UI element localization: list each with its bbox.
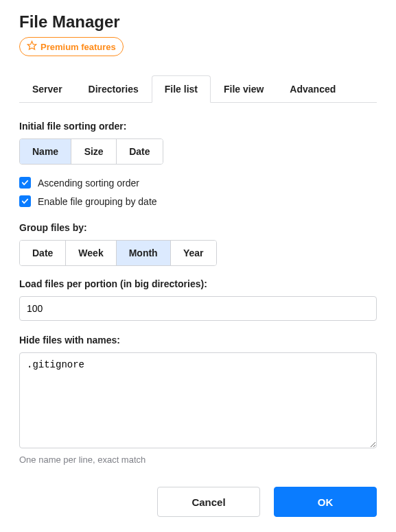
sorting-option-size[interactable]: Size	[71, 139, 117, 164]
checkmark-icon	[19, 177, 31, 189]
group-by-segmented: Date Week Month Year	[19, 240, 217, 266]
group-option-month[interactable]: Month	[117, 241, 171, 265]
group-option-date[interactable]: Date	[20, 241, 66, 265]
group-option-year[interactable]: Year	[171, 241, 216, 265]
sorting-order-segmented: Name Size Date	[19, 138, 163, 165]
sorting-option-name[interactable]: Name	[20, 139, 71, 164]
hide-files-help: One name per line, exact match	[19, 455, 377, 465]
hide-files-label: Hide files with names:	[19, 335, 377, 346]
premium-features-label: Premium features	[40, 42, 116, 52]
ascending-sort-checkbox-row[interactable]: Ascending sorting order	[19, 177, 377, 189]
portion-label: Load files per portion (in big directori…	[19, 278, 377, 289]
dialog-buttons: Cancel OK	[19, 487, 377, 517]
portion-input[interactable]	[19, 296, 377, 321]
ascending-sort-label: Ascending sorting order	[38, 178, 139, 189]
hide-files-textarea[interactable]	[19, 352, 377, 448]
cancel-button[interactable]: Cancel	[157, 487, 260, 517]
page-title: File Manager	[19, 12, 377, 32]
premium-features-badge[interactable]: Premium features	[19, 37, 124, 56]
group-by-label: Group files by:	[19, 222, 377, 233]
tab-directories[interactable]: Directories	[75, 75, 152, 103]
enable-grouping-checkbox-row[interactable]: Enable file grouping by date	[19, 195, 377, 207]
svg-marker-0	[27, 41, 36, 49]
sorting-option-date[interactable]: Date	[117, 139, 162, 164]
tab-file-list[interactable]: File list	[152, 75, 211, 103]
sorting-order-label: Initial file sorting order:	[19, 121, 377, 132]
tab-advanced[interactable]: Advanced	[277, 75, 349, 103]
tab-server[interactable]: Server	[19, 75, 75, 103]
group-option-week[interactable]: Week	[66, 241, 116, 265]
checkmark-icon	[19, 195, 31, 207]
enable-grouping-label: Enable file grouping by date	[38, 196, 157, 207]
ok-button[interactable]: OK	[274, 487, 377, 517]
star-icon	[27, 40, 37, 53]
tab-file-view[interactable]: File view	[211, 75, 277, 103]
tabs: Server Directories File list File view A…	[19, 75, 377, 103]
